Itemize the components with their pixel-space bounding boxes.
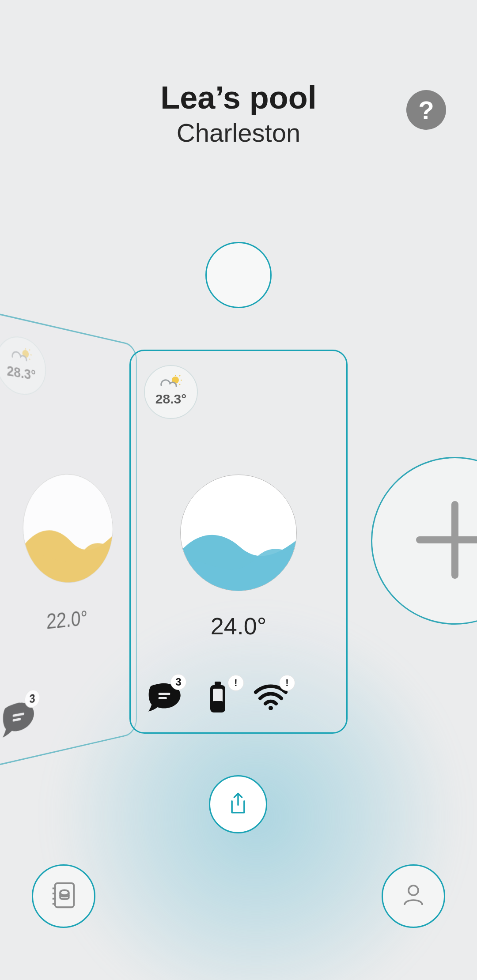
svg-line-11 bbox=[179, 375, 180, 376]
messages-button[interactable]: 3 bbox=[145, 680, 185, 715]
pool-title: Lea’s pool bbox=[0, 82, 477, 113]
help-button[interactable]: ? bbox=[406, 90, 446, 130]
partly-cloudy-icon bbox=[158, 377, 184, 391]
svg-point-30 bbox=[60, 890, 68, 895]
battery-status[interactable] bbox=[198, 680, 238, 715]
water-wave-icon bbox=[23, 522, 113, 584]
svg-point-19 bbox=[269, 706, 273, 710]
history-button[interactable] bbox=[32, 864, 95, 928]
svg-rect-18 bbox=[213, 701, 223, 709]
weather-temp: 28.3° bbox=[155, 392, 186, 407]
svg-rect-15 bbox=[215, 682, 221, 685]
battery-alert-badge bbox=[228, 675, 244, 691]
weather-chip[interactable]: 28.3° bbox=[144, 365, 198, 419]
svg-line-5 bbox=[29, 359, 30, 360]
status-row: 3 bbox=[145, 680, 291, 715]
svg-line-4 bbox=[29, 349, 30, 350]
messages-count-badge: 3 bbox=[25, 689, 40, 709]
svg-line-3 bbox=[30, 355, 32, 355]
svg-rect-13 bbox=[159, 693, 170, 695]
messages-button[interactable]: 3 bbox=[0, 696, 38, 743]
messages-count-badge: 3 bbox=[170, 674, 186, 690]
water-temp: 24.0° bbox=[131, 612, 346, 640]
battery-icon bbox=[208, 682, 228, 713]
header: Lea’s pool Charleston bbox=[0, 82, 477, 147]
add-pool-button[interactable] bbox=[371, 457, 477, 625]
weather-chip: 28.3° bbox=[0, 332, 46, 398]
svg-point-31 bbox=[409, 886, 418, 895]
status-row: 3 bbox=[0, 696, 38, 743]
water-indicator bbox=[180, 475, 297, 591]
water-wave-icon bbox=[181, 527, 296, 591]
settings-button[interactable] bbox=[205, 242, 272, 308]
pool-card-current[interactable]: 28.3° 24.0° 3 bbox=[129, 350, 348, 734]
share-button[interactable] bbox=[209, 775, 267, 833]
wifi-status[interactable] bbox=[251, 680, 291, 715]
person-icon bbox=[399, 881, 428, 912]
help-icon: ? bbox=[418, 95, 434, 125]
profile-button[interactable] bbox=[382, 864, 445, 928]
share-icon bbox=[227, 792, 250, 817]
wifi-alert-badge bbox=[279, 675, 295, 691]
plus-icon bbox=[411, 496, 477, 586]
svg-line-12 bbox=[179, 384, 180, 385]
svg-rect-14 bbox=[159, 697, 167, 699]
pool-location: Charleston bbox=[0, 118, 477, 147]
pool-card-previous[interactable]: 28.3° 22.0° 3 bbox=[0, 310, 137, 769]
water-indicator bbox=[23, 471, 113, 585]
notebook-icon bbox=[48, 880, 79, 912]
water-temp: 22.0° bbox=[0, 603, 136, 640]
